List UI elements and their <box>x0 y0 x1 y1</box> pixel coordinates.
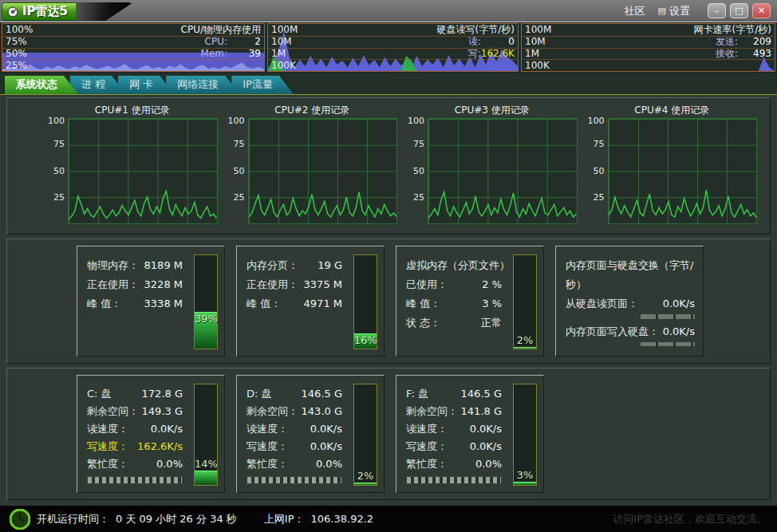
row-label: 读速度： <box>247 420 288 438</box>
row-value: 0.0% <box>316 455 342 473</box>
nic-monitor: 100M网卡速率(字节/秒) 10M发送:209 1M接收:493 100K <box>521 23 775 72</box>
row-label: 写速度： <box>87 438 128 455</box>
read-value: 0 <box>481 37 515 47</box>
ip-value: 106.38.92.2 <box>311 513 374 525</box>
tab-bar: 系统状态 进 程 网 卡 网络连接 IP流量 <box>0 73 777 95</box>
title-bar: IP雷达5 社区 ▤设置 – □ ✕ <box>0 0 777 22</box>
minimize-button[interactable]: – <box>708 3 726 18</box>
cpu1-chart <box>68 118 218 224</box>
tab-ip-traffic[interactable]: IP流量 <box>231 76 294 94</box>
row-label: 写速度： <box>406 438 448 455</box>
disk-f-panel: F: 盘146.5 G 剩余空间：141.8 G 读速度：0.0K/s 写速度：… <box>396 375 544 493</box>
row-label: 繁忙度： <box>247 455 288 473</box>
row-value: 3375 M <box>304 275 342 294</box>
row-value: 0.0K/s <box>663 322 695 341</box>
chart-title: CPU#1 使用记录 <box>47 103 218 118</box>
row-value: 141.8 G <box>461 403 502 420</box>
disk-size: 146.5 G <box>461 385 502 403</box>
disk-d-gauge: 2% <box>353 384 377 486</box>
write-label: 写: <box>468 48 481 59</box>
scale-label: 10M <box>271 37 292 47</box>
row-value: 0.0K/s <box>470 438 502 455</box>
disk-d-panel: D: 盘146.5 G 剩余空间：143.0 G 读速度：0.0K/s 写速度：… <box>236 375 385 493</box>
disk-name: D: 盘 <box>247 385 272 403</box>
recv-label: 接收: <box>716 48 738 59</box>
cpu-label: CPU: <box>205 36 227 47</box>
virtual-memory-gauge: 2% <box>513 254 537 349</box>
maximize-button[interactable]: □ <box>730 3 748 18</box>
uptime-clock-icon <box>10 509 30 530</box>
row-label: 内存分页： <box>247 256 298 275</box>
read-pages-bar <box>641 314 695 319</box>
cpu4-chart-group: CPU#4 使用记录 100755025 <box>587 103 758 224</box>
tab-nic[interactable]: 网 卡 <box>118 76 174 94</box>
mem-value: 39 <box>227 49 261 59</box>
ip-label: 上网IP： <box>264 512 305 526</box>
row-value: 3338 M <box>144 294 183 313</box>
row-label: 物理内存： <box>87 256 139 275</box>
disk-name: F: 盘 <box>406 385 428 403</box>
paging-memory-panel: 内存分页：19 G 正在使用：3375 M 峰 值：4971 M 16% <box>236 246 385 357</box>
row-label: 剩余空间： <box>87 403 139 420</box>
app-window: IP雷达5 社区 ▤设置 – □ ✕ 100%CPU/物理内存使用 75%CPU… <box>0 0 777 532</box>
disk-f-gauge: 3% <box>513 384 537 486</box>
busy-meter <box>406 476 502 484</box>
virtual-memory-panel: 虚拟内存（分页文件） 已使用：2 % 峰 值：3 % 状 态：正常 2% <box>396 246 544 357</box>
tab-processes[interactable]: 进 程 <box>70 76 126 94</box>
radar-icon <box>7 6 18 18</box>
app-logo: IP雷达5 <box>2 2 133 22</box>
row-label: 剩余空间： <box>406 403 458 420</box>
row-value: 0.0K/s <box>470 420 502 438</box>
row-value: 3 % <box>482 294 502 313</box>
write-value: 162.6K <box>481 49 515 59</box>
cpu2-chart-group: CPU#2 使用记录 100755025 <box>227 103 398 224</box>
row-label: 已使用： <box>406 275 448 294</box>
disk-section: C: 盘172.8 G 剩余空间：149.3 G 读速度：0.0K/s 写速度：… <box>6 368 771 500</box>
row-label: 峰 值： <box>247 294 281 313</box>
panel-title: 内存页面与硬盘交换（字节/秒） <box>566 256 695 294</box>
row-label: 正在使用： <box>247 275 298 294</box>
cpu-value: 2 <box>227 37 261 47</box>
chart-title: CPU#4 使用记录 <box>587 103 758 118</box>
monitor-title: 硬盘读写(字节/秒) <box>437 25 515 35</box>
row-label: 繁忙度： <box>406 455 448 473</box>
tab-system-status[interactable]: 系统状态 <box>5 76 78 94</box>
row-value: 143.0 G <box>302 403 342 420</box>
row-label: 写速度： <box>247 438 288 455</box>
row-value: 0.0K/s <box>310 420 342 438</box>
disk-size: 146.5 G <box>302 385 342 403</box>
main-content: CPU#1 使用记录 100755025 CPU#2 使用记录 10075502… <box>0 95 777 506</box>
community-link[interactable]: 社区 <box>625 4 645 18</box>
row-value: 0.0K/s <box>310 438 342 455</box>
row-value: 4971 M <box>304 294 342 313</box>
busy-meter <box>247 476 342 484</box>
settings-link[interactable]: ▤设置 <box>658 4 690 18</box>
row-value: 0.0% <box>156 455 183 473</box>
close-button[interactable]: ✕ <box>752 3 771 18</box>
row-label: 读速度： <box>406 420 448 438</box>
cpu-charts-section: CPU#1 使用记录 100755025 CPU#2 使用记录 10075502… <box>6 97 771 234</box>
disk-name: C: 盘 <box>87 385 112 403</box>
scale-label: 75% <box>6 37 27 47</box>
row-value: 3228 M <box>144 275 183 294</box>
mem-label: Mem: <box>201 48 227 59</box>
scale-label: 100M <box>525 25 551 35</box>
uptime-value: 0 天 09 小时 26 分 34 秒 <box>116 512 237 526</box>
row-value: 162.6K/s <box>137 438 183 455</box>
y-axis-labels: 100755025 <box>47 118 68 224</box>
row-label: 读速度： <box>87 420 128 438</box>
row-label: 从硬盘读页面： <box>566 294 638 313</box>
cpu-mem-monitor: 100%CPU/物理内存使用 75%CPU:2 50%Mem:39 25% <box>2 23 265 72</box>
scale-label: 50% <box>6 49 27 59</box>
chart-title: CPU#2 使用记录 <box>227 103 398 118</box>
y-axis-labels: 100755025 <box>587 118 608 224</box>
disk-c-panel: C: 盘172.8 G 剩余空间：149.3 G 读速度：0.0K/s 写速度：… <box>77 375 225 493</box>
row-value: 0.0K/s <box>151 420 183 438</box>
cpu2-chart <box>248 118 398 224</box>
app-title: IP雷达5 <box>22 4 68 19</box>
scale-label: 1M <box>271 49 286 59</box>
disk-io-monitor: 100M硬盘读写(字节/秒) 10M读:0 1M写:162.6K 100K <box>267 23 519 72</box>
tab-network-connections[interactable]: 网络连接 <box>166 76 239 94</box>
row-label: 剩余空间： <box>247 403 298 420</box>
page-swap-panel: 内存页面与硬盘交换（字节/秒） 从硬盘读页面：0.0K/s 内存页面写入硬盘：0… <box>555 246 704 357</box>
